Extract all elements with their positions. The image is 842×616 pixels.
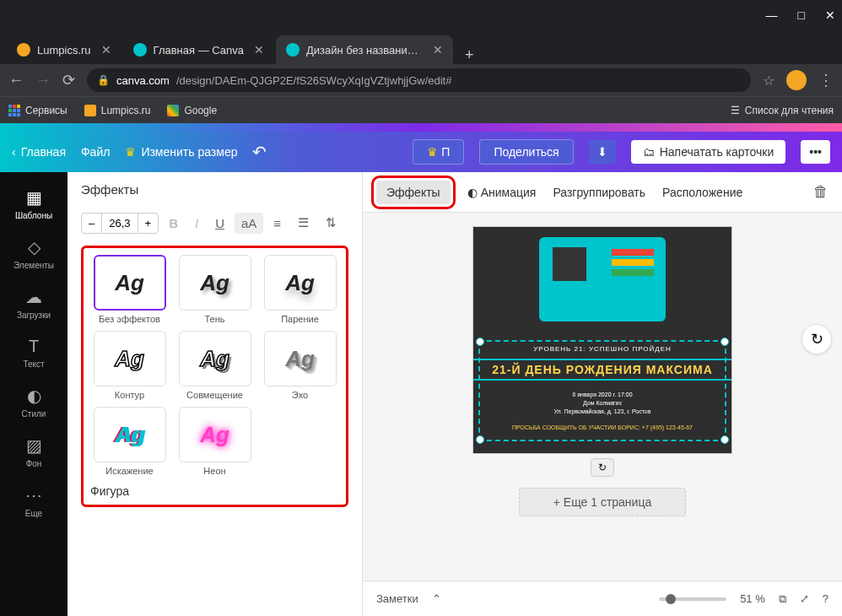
panel-title: Эффекты <box>81 182 348 197</box>
align-button[interactable]: ≡ <box>267 213 288 234</box>
share-button[interactable]: Поделиться <box>479 139 573 165</box>
card-text-details[interactable]: 6 января 2020 г. 17:00 Дом Колмагих Ул. … <box>473 391 731 415</box>
rail-item[interactable]: ◐Стили <box>0 377 67 427</box>
rail-label: Шаблоны <box>15 211 52 220</box>
rail-label: Загрузки <box>17 311 51 320</box>
list-icon: ☰ <box>731 105 740 116</box>
browser-tab[interactable]: Главная — Canva✕ <box>123 35 274 64</box>
print-button[interactable]: 🗂Напечатать карточки <box>631 140 786 164</box>
brand-band <box>0 123 842 132</box>
card-text-level[interactable]: УРОВЕНЬ 21: УСПЕШНО ПРОЙДЕН <box>473 345 731 353</box>
position-button[interactable]: Расположение <box>662 186 742 199</box>
effect-option[interactable]: AgНеон <box>175 407 254 476</box>
rail-label: Текст <box>23 359 44 369</box>
card-text-rsvp[interactable]: ПРОСЬБА СООБЩИТЬ ОБ УЧАСТИИ БОРИС: +7 (4… <box>473 424 731 430</box>
resize-handle[interactable] <box>721 435 729 444</box>
effects-panel: Эффекты Some Time Later⌄ A ••• – 26,3 + … <box>67 172 363 616</box>
size-value[interactable]: 26,3 <box>102 213 138 233</box>
effect-option[interactable]: AgПарение <box>261 255 339 324</box>
pro-button[interactable]: ♛П <box>413 139 464 165</box>
bookmark-services[interactable]: Сервисы <box>8 105 67 116</box>
effects-button[interactable]: Эффекты <box>376 181 451 204</box>
window-maximize[interactable]: □ <box>798 8 805 22</box>
bookmark-google[interactable]: Google <box>167 105 217 116</box>
undo-button[interactable]: ↶ <box>252 142 267 162</box>
animation-button[interactable]: ◐Анимация <box>467 186 537 199</box>
effect-preview: Ag <box>179 255 251 311</box>
size-minus[interactable]: – <box>82 213 102 233</box>
rail-icon: ◐ <box>27 386 41 406</box>
effect-label: Искажение <box>105 466 153 476</box>
folder-icon <box>84 105 96 116</box>
rail-item[interactable]: ☁Загрузки <box>0 278 67 328</box>
bold-button[interactable]: B <box>162 213 185 234</box>
effect-option[interactable]: AgСовмещение <box>175 331 254 400</box>
rail-item[interactable]: ◇Элементы <box>0 229 67 278</box>
new-tab-button[interactable]: + <box>455 46 484 64</box>
reading-list[interactable]: ☰Список для чтения <box>731 105 834 116</box>
download-button[interactable]: ⬇ <box>589 140 616 164</box>
profile-avatar[interactable] <box>786 70 807 90</box>
effect-option[interactable]: AgБез эффектов <box>90 255 169 324</box>
chevron-up-icon[interactable]: ⌃ <box>432 592 441 605</box>
rail-item[interactable]: TТекст <box>0 328 67 377</box>
effect-option[interactable]: AgЭхо <box>261 331 339 400</box>
browser-tab[interactable]: Дизайн без названия — Пригл✕ <box>276 35 453 64</box>
browser-menu[interactable]: ⋮ <box>818 71 834 89</box>
zoom-value[interactable]: 51 % <box>740 592 765 605</box>
tab-title: Lumpics.ru <box>37 44 91 57</box>
tab-close-icon[interactable]: ✕ <box>101 43 111 57</box>
effect-label: Совмещение <box>186 390 243 400</box>
home-button[interactable]: ‹Главная <box>12 145 66 159</box>
tab-close-icon[interactable]: ✕ <box>433 43 443 57</box>
tab-close-icon[interactable]: ✕ <box>254 43 264 57</box>
pages-button[interactable]: ⧉ <box>779 592 786 606</box>
canvas-page[interactable]: УРОВЕНЬ 21: УСПЕШНО ПРОЙДЕН 21-Й ДЕНЬ РО… <box>472 226 732 454</box>
effect-preview: Ag <box>179 407 251 462</box>
more-button[interactable]: ••• <box>801 140 830 164</box>
browser-tab[interactable]: Lumpics.ru✕ <box>7 35 121 64</box>
notes-button[interactable]: Заметки <box>376 592 418 605</box>
rail-icon: ⋯ <box>25 485 42 505</box>
canva-header: ‹Главная Файл ♛Изменить размер ↶ ♛П Поде… <box>0 132 842 172</box>
window-minimize[interactable]: — <box>766 8 778 22</box>
resize-handle[interactable] <box>476 435 484 444</box>
list-button[interactable]: ☰ <box>291 212 316 234</box>
file-menu[interactable]: Файл <box>81 145 110 159</box>
effects-grid-highlight: AgБез эффектовAgТеньAgПарениеAgКонтурAgС… <box>81 246 348 507</box>
bookmark-lumpics[interactable]: Lumpics.ru <box>84 105 151 116</box>
shape-section-label: Фигура <box>90 484 339 498</box>
rail-item[interactable]: ⋯Еще <box>0 477 67 527</box>
effect-option[interactable]: AgКонтур <box>90 331 169 400</box>
rail-label: Стили <box>22 409 46 419</box>
fullscreen-button[interactable]: ⤢ <box>800 592 809 605</box>
delete-button[interactable]: 🗑 <box>813 183 829 201</box>
sync-button[interactable]: ↻ <box>591 458 614 477</box>
effect-preview: Ag <box>179 331 251 386</box>
nav-back[interactable]: ← <box>8 72 24 89</box>
italic-button[interactable]: I <box>188 213 205 234</box>
card-text-title[interactable]: 21-Й ДЕНЬ РОЖДЕНИЯ МАКСИМА <box>473 359 731 381</box>
nav-reload[interactable]: ⟳ <box>62 71 75 89</box>
underline-button[interactable]: U <box>208 213 231 234</box>
case-button[interactable]: aA <box>235 213 263 234</box>
rail-item[interactable]: ▨Фон <box>0 427 67 477</box>
resize-button[interactable]: ♛Изменить размер <box>125 145 237 159</box>
zoom-slider[interactable] <box>659 597 726 601</box>
url-host: canva.com <box>116 74 170 87</box>
spacing-button[interactable]: ⇅ <box>319 212 343 234</box>
bookmark-star-icon[interactable]: ☆ <box>763 73 775 89</box>
window-close[interactable]: ✕ <box>825 8 835 22</box>
add-page-button[interactable]: + Еще 1 страница <box>519 488 686 516</box>
help-button[interactable]: ? <box>823 592 829 605</box>
float-sync-button[interactable]: ↻ <box>802 324 832 354</box>
effect-preview: Ag <box>94 331 166 386</box>
effect-option[interactable]: AgТень <box>175 255 254 324</box>
ungroup-button[interactable]: Разгруппировать <box>553 186 645 199</box>
rail-item[interactable]: ▦Шаблоны <box>0 179 67 229</box>
tab-title: Дизайн без названия — Пригл <box>306 44 423 57</box>
size-plus[interactable]: + <box>138 213 159 233</box>
url-input[interactable]: 🔒 canva.com/design/DAEm-QJGP2E/fS26SWcyX… <box>87 68 751 92</box>
context-toolbar: Эффекты ◐Анимация Разгруппировать Распол… <box>363 172 842 213</box>
effect-option[interactable]: AgИскажение <box>90 407 169 476</box>
